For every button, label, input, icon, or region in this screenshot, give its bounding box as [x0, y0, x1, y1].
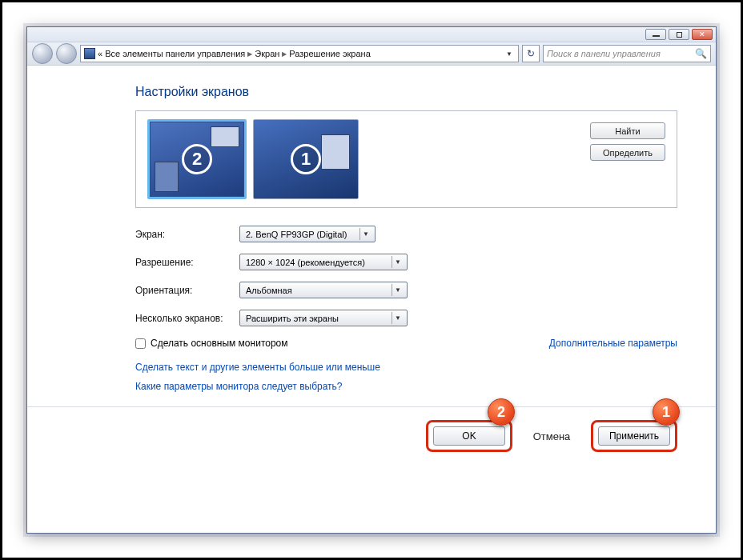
window-maximize-button[interactable]	[669, 29, 689, 40]
search-icon: 🔍	[695, 48, 707, 59]
search-input[interactable]: Поиск в панели управления 🔍	[543, 45, 711, 62]
display-thumbnail-1[interactable]: 1	[253, 119, 359, 199]
chevron-down-icon: ▼	[359, 228, 372, 240]
monitor-icon	[84, 48, 95, 59]
breadcrumb[interactable]: « Все элементы панели управления ▶ Экран…	[80, 45, 519, 62]
orientation-dropdown[interactable]: Альбомная ▼	[239, 282, 408, 298]
annotation-frame: 2 OK	[426, 420, 512, 452]
multiple-displays-value: Расширить эти экраны	[246, 314, 339, 323]
annotation-badge: 2	[488, 398, 515, 426]
refresh-button[interactable]: ↻	[522, 45, 540, 62]
dialog-buttons: 2 OK Отмена 1 Применить	[135, 420, 677, 452]
cancel-button[interactable]: Отмена	[520, 426, 583, 446]
chevron-down-icon: ▼	[392, 312, 404, 324]
breadcrumb-item[interactable]: Экран	[255, 49, 279, 58]
chevron-down-icon: ▼	[392, 256, 404, 268]
annotation-frame: 1 Применить	[591, 420, 677, 452]
content-panel: Настройки экранов 2 1 Найти Определить Э…	[27, 67, 716, 533]
display-number-badge: 2	[182, 144, 212, 174]
chevron-down-icon: ▼	[392, 284, 404, 296]
advanced-settings-link[interactable]: Дополнительные параметры	[549, 338, 677, 352]
make-primary-checkbox[interactable]	[135, 338, 146, 349]
detect-button[interactable]: Найти	[590, 122, 665, 139]
apply-button[interactable]: Применить	[598, 426, 670, 446]
screen-value: 2. BenQ FP93GP (Digital)	[246, 230, 347, 239]
screen-label: Экран:	[135, 229, 239, 240]
display-arrangement[interactable]: 2 1 Найти Определить	[135, 110, 677, 208]
orientation-value: Альбомная	[246, 286, 292, 295]
screen-dropdown[interactable]: 2. BenQ FP93GP (Digital) ▼	[239, 226, 376, 242]
control-panel-window: ✕ « Все элементы панели управления ▶ Экр…	[26, 26, 717, 534]
nav-back-button[interactable]	[32, 43, 53, 64]
identify-button[interactable]: Определить	[590, 144, 665, 161]
window-glyph-icon	[155, 162, 179, 192]
multiple-displays-label: Несколько экранов:	[135, 313, 239, 324]
breadcrumb-item[interactable]: Все элементы панели управления	[105, 49, 245, 58]
breadcrumb-item[interactable]: Разрешение экрана	[289, 49, 370, 58]
nav-forward-button[interactable]	[56, 43, 77, 64]
page-title: Настройки экранов	[135, 85, 677, 99]
separator	[27, 406, 716, 407]
resolution-value: 1280 × 1024 (рекомендуется)	[246, 258, 365, 267]
window-glyph-icon	[321, 134, 350, 170]
window-minimize-button[interactable]	[645, 29, 666, 40]
breadcrumb-overflow: «	[98, 49, 102, 58]
address-bar: « Все элементы панели управления ▶ Экран…	[27, 42, 716, 66]
search-placeholder: Поиск в панели управления	[547, 49, 661, 58]
chevron-right-icon: ▶	[282, 50, 287, 58]
make-primary-label: Сделать основным монитором	[151, 338, 288, 349]
window-glyph-icon	[211, 126, 239, 147]
display-thumbnail-2[interactable]: 2	[147, 119, 247, 199]
multiple-displays-dropdown[interactable]: Расширить эти экраны ▼	[239, 310, 408, 326]
chevron-right-icon: ▶	[247, 50, 252, 58]
chevron-down-icon[interactable]: ▼	[504, 50, 515, 58]
resolution-label: Разрешение:	[135, 257, 239, 268]
ok-button[interactable]: OK	[433, 426, 505, 446]
which-settings-link[interactable]: Какие параметры монитора следует выбрать…	[135, 381, 677, 392]
window-close-button[interactable]: ✕	[692, 29, 713, 40]
titlebar: ✕	[27, 27, 716, 42]
resolution-dropdown[interactable]: 1280 × 1024 (рекомендуется) ▼	[239, 254, 408, 270]
text-size-link[interactable]: Сделать текст и другие элементы больше и…	[135, 362, 677, 373]
annotation-badge: 1	[653, 398, 680, 426]
orientation-label: Ориентация:	[135, 285, 239, 296]
display-number-badge: 1	[291, 144, 321, 174]
